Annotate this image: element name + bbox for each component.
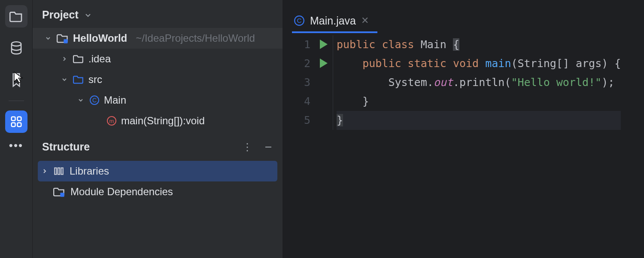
module-deps-label: Module Dependencies bbox=[70, 186, 173, 198]
folder-icon bbox=[73, 54, 84, 64]
svg-rect-1 bbox=[11, 117, 15, 121]
editor-tab-title: Main.java bbox=[310, 15, 356, 27]
svg-text:C: C bbox=[297, 17, 302, 24]
database-icon bbox=[10, 41, 23, 55]
code-line[interactable]: public static void main(String[] args) { bbox=[337, 54, 621, 73]
project-tree: HelloWorld ~/IdeaProjects/HelloWorld .id… bbox=[33, 27, 283, 134]
libraries-icon bbox=[53, 166, 64, 176]
bookmark-icon bbox=[11, 73, 22, 87]
src-folder-label: src bbox=[88, 74, 102, 86]
run-icon[interactable] bbox=[320, 40, 328, 49]
editor-gutter: 1 2 3 4 5 bbox=[283, 35, 333, 130]
project-root-name: HelloWorld bbox=[73, 32, 127, 44]
svg-rect-13 bbox=[60, 193, 64, 197]
run-icon[interactable] bbox=[320, 58, 328, 68]
folder-icon bbox=[9, 10, 23, 23]
tree-row-main-method[interactable]: m main(String[]):void bbox=[33, 111, 283, 131]
chevron-down-icon[interactable] bbox=[44, 35, 52, 42]
libraries-label: Libraries bbox=[70, 165, 109, 177]
bookmarks-toolwindow-button[interactable] bbox=[5, 69, 27, 91]
project-root-path: ~/IdeaProjects/HelloWorld bbox=[136, 32, 255, 44]
tree-row-idea-folder[interactable]: .idea bbox=[33, 49, 283, 69]
svg-rect-2 bbox=[17, 117, 21, 121]
more-toolwindows-button[interactable] bbox=[5, 111, 27, 133]
source-folder-icon bbox=[73, 75, 84, 84]
gutter-line[interactable]: 5 bbox=[283, 111, 333, 130]
code-editor[interactable]: 1 2 3 4 5 public class Main { public sta… bbox=[283, 34, 644, 130]
java-class-icon: C bbox=[294, 15, 305, 26]
code-lines[interactable]: public class Main { public static void m… bbox=[333, 35, 621, 130]
idea-folder-label: .idea bbox=[88, 53, 111, 65]
structure-row-libraries[interactable]: Libraries bbox=[38, 161, 277, 181]
chevron-right-icon[interactable] bbox=[41, 168, 48, 175]
chevron-down-icon bbox=[84, 11, 92, 19]
svg-text:m: m bbox=[109, 118, 114, 124]
main-class-label: Main bbox=[104, 94, 126, 106]
project-panel-title: Project bbox=[42, 9, 79, 21]
project-panel-header[interactable]: Project bbox=[33, 0, 283, 27]
chevron-down-icon[interactable] bbox=[76, 97, 85, 104]
code-line[interactable]: System.out.println("Hello world!"); bbox=[337, 73, 621, 92]
editor-tab-bar: C Main.java ✕ bbox=[283, 0, 644, 34]
kebab-menu-icon[interactable]: ⋮ bbox=[242, 141, 252, 153]
editor-tab-main-java[interactable]: C Main.java ✕ bbox=[292, 10, 377, 33]
toolwindow-strip: ••• bbox=[0, 0, 33, 258]
gutter-line[interactable]: 1 bbox=[283, 35, 333, 54]
gutter-line[interactable]: 3 bbox=[283, 73, 333, 92]
database-toolwindow-button[interactable] bbox=[5, 37, 27, 59]
overflow-menu-button[interactable]: ••• bbox=[9, 139, 23, 152]
project-toolwindow-button[interactable] bbox=[5, 5, 27, 28]
gutter-line[interactable]: 4 bbox=[283, 92, 333, 111]
close-icon[interactable]: ✕ bbox=[361, 15, 369, 26]
svg-rect-10 bbox=[55, 168, 56, 174]
editor-area: C Main.java ✕ 1 2 3 4 5 public class Mai… bbox=[283, 0, 644, 258]
project-folder-icon bbox=[57, 33, 69, 43]
svg-rect-5 bbox=[64, 39, 67, 43]
code-line[interactable]: public class Main { bbox=[337, 35, 621, 54]
structure-panel-header: Structure ⋮ bbox=[33, 134, 283, 158]
structure-row-module-deps[interactable]: Module Dependencies bbox=[38, 181, 277, 202]
strip-divider bbox=[9, 101, 24, 101]
main-method-label: main(String[]):void bbox=[121, 115, 205, 127]
svg-rect-3 bbox=[11, 123, 15, 127]
minimize-icon[interactable] bbox=[264, 142, 273, 152]
svg-rect-11 bbox=[58, 168, 60, 174]
tree-row-project-root[interactable]: HelloWorld ~/IdeaProjects/HelloWorld bbox=[33, 28, 283, 49]
code-line-current[interactable]: } bbox=[337, 111, 621, 130]
side-panel: Project HelloWorld ~/IdeaProjects/HelloW… bbox=[33, 0, 283, 258]
structure-list: Libraries Module Dependencies bbox=[33, 158, 283, 202]
chevron-down-icon[interactable] bbox=[60, 76, 69, 83]
chevron-right-icon[interactable] bbox=[60, 55, 69, 62]
svg-rect-4 bbox=[17, 123, 21, 127]
svg-rect-12 bbox=[61, 168, 63, 174]
svg-point-0 bbox=[11, 42, 21, 46]
grid-icon bbox=[10, 115, 23, 128]
tree-row-src-folder[interactable]: src bbox=[33, 69, 283, 90]
svg-text:C: C bbox=[92, 97, 97, 104]
java-class-icon: C bbox=[89, 95, 100, 105]
method-icon: m bbox=[106, 116, 117, 126]
code-line[interactable]: } bbox=[337, 92, 621, 111]
gutter-line[interactable]: 2 bbox=[283, 54, 333, 73]
module-deps-icon bbox=[53, 187, 65, 197]
structure-panel-title: Structure bbox=[42, 141, 237, 153]
tree-row-main-class[interactable]: C Main bbox=[33, 90, 283, 111]
